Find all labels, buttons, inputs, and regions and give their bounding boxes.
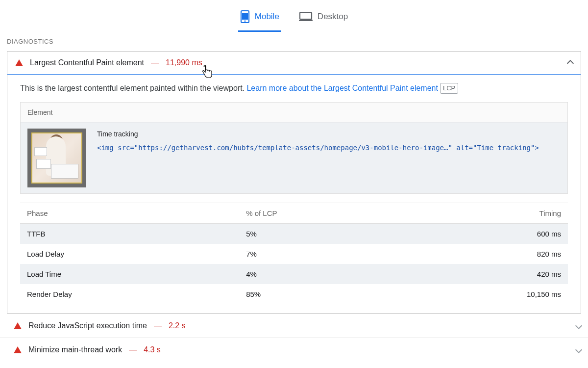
audit-lcp-title: Largest Contentful Paint element — [30, 58, 144, 67]
audit-metric: 2.2 s — [169, 321, 186, 330]
table-row: Load Delay 7% 820 ms — [20, 244, 568, 264]
lcp-element-code: <img src="https://getharvest.com/hubfs/t… — [97, 142, 561, 154]
svg-point-2 — [244, 21, 245, 22]
lcp-badge: LCP — [440, 83, 458, 94]
audit-title: Minimize main-thread work — [28, 345, 122, 354]
chevron-up-icon — [568, 59, 573, 67]
table-row: Render Delay 85% 10,150 ms — [20, 284, 568, 304]
col-timing: Timing — [458, 203, 568, 224]
table-row: TTFB 5% 600 ms — [20, 224, 568, 244]
desktop-icon — [299, 11, 313, 22]
lcp-element-label: Time tracking — [97, 129, 561, 140]
warning-triangle-icon — [15, 59, 23, 66]
mobile-icon — [240, 10, 250, 24]
table-row: Load Time 4% 420 ms — [20, 264, 568, 284]
audit-lcp-metric: 11,990 ms — [166, 58, 202, 67]
audit-lcp-description: This is the largest contentful element p… — [20, 82, 568, 94]
audit-lcp-element: Largest Contentful Paint element — 11,99… — [7, 51, 581, 314]
lcp-element-panel: Element Time tracking <img src="https://… — [20, 102, 568, 194]
tab-desktop[interactable]: Desktop — [297, 7, 350, 32]
audit-reduce-js[interactable]: Reduce JavaScript execution time — 2.2 s — [0, 314, 588, 338]
audit-main-thread[interactable]: Minimize main-thread work — 4.3 s — [0, 338, 588, 361]
tab-mobile[interactable]: Mobile — [238, 7, 281, 32]
audit-lcp-header[interactable]: Largest Contentful Paint element — 11,99… — [7, 52, 581, 74]
tab-mobile-label: Mobile — [255, 12, 279, 22]
warning-triangle-icon — [14, 322, 22, 329]
audit-lcp-body: This is the largest contentful element p… — [7, 75, 581, 313]
audit-metric: 4.3 s — [144, 345, 161, 354]
col-phase: Phase — [20, 203, 239, 224]
tab-desktop-label: Desktop — [318, 12, 348, 22]
learn-more-link[interactable]: Learn more about the Largest Contentful … — [246, 84, 438, 92]
svg-rect-3 — [300, 12, 312, 19]
svg-rect-4 — [299, 20, 313, 21]
col-percent: % of LCP — [239, 203, 458, 224]
lcp-phase-table: Phase % of LCP Timing TTFB 5% 600 ms Loa… — [20, 203, 568, 304]
chevron-down-icon — [576, 346, 581, 354]
svg-rect-1 — [242, 13, 248, 20]
device-tabs: Mobile Desktop — [0, 0, 588, 32]
lcp-element-thumbnail — [27, 129, 86, 187]
lcp-element-text: Time tracking <img src="https://getharve… — [97, 129, 561, 187]
metric-separator: — — [151, 58, 159, 67]
audit-title: Reduce JavaScript execution time — [28, 321, 147, 330]
warning-triangle-icon — [14, 346, 22, 353]
lcp-element-row: Time tracking <img src="https://getharve… — [21, 123, 567, 193]
chevron-down-icon — [576, 322, 581, 330]
diagnostics-label: DIAGNOSTICS — [0, 32, 588, 48]
lcp-element-panel-header: Element — [21, 103, 567, 123]
